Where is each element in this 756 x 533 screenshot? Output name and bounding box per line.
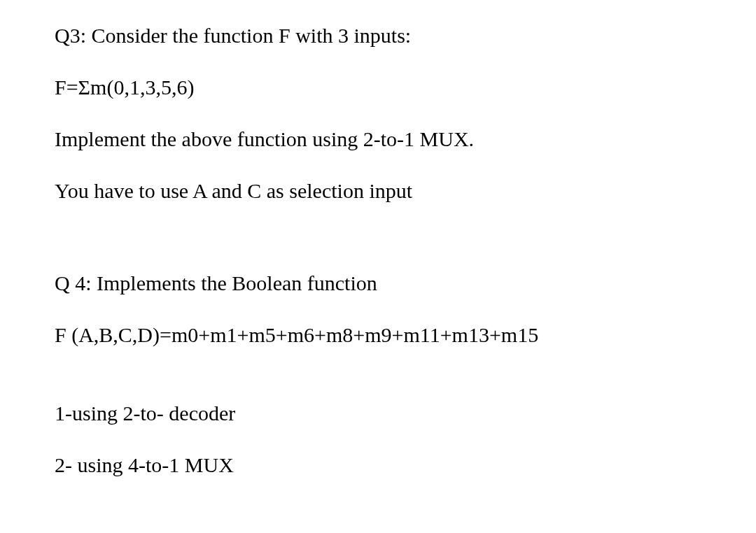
q3-instruction-2: You have to use A and C as selection inp… bbox=[55, 176, 701, 206]
q3-title: Q3: Consider the function F with 3 input… bbox=[55, 21, 701, 50]
q4-option-1: 1-using 2-to- decoder bbox=[55, 399, 701, 428]
q3-instruction-1: Implement the above function using 2-to-… bbox=[55, 125, 701, 154]
q4-formula: F (A,B,C,D)=m0+m1+m5+m6+m8+m9+m11+m13+m1… bbox=[55, 320, 701, 350]
q3-formula: F=Σm(0,1,3,5,6) bbox=[55, 73, 701, 102]
q4-option-2: 2- using 4-to-1 MUX bbox=[55, 450, 701, 480]
q4-title: Q 4: Implements the Boolean function bbox=[55, 269, 701, 298]
document-content: Q3: Consider the function F with 3 input… bbox=[55, 21, 701, 480]
